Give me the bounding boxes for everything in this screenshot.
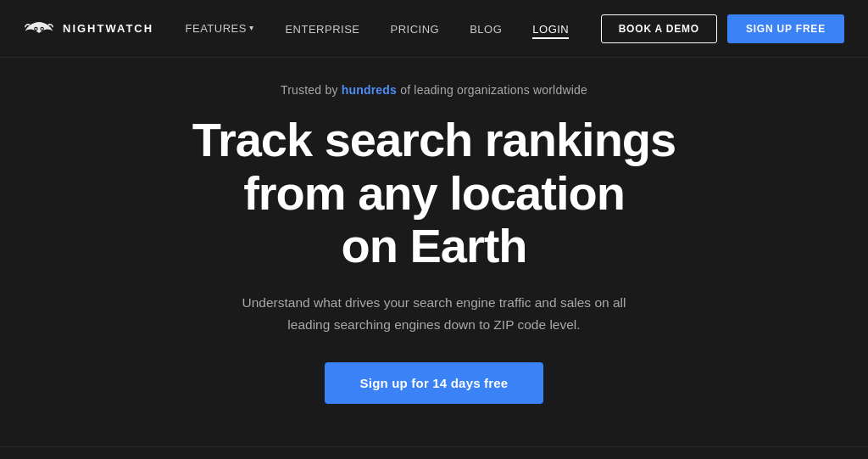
nav-item-features[interactable]: FEATURES bbox=[186, 22, 255, 35]
logo-icon bbox=[24, 19, 54, 39]
nav-right: BOOK A DEMO SIGN UP FREE bbox=[601, 14, 844, 43]
hero-title-line3: on Earth bbox=[341, 219, 526, 272]
hero-subtitle-line1: Understand what drives your search engin… bbox=[242, 295, 626, 310]
trusted-prefix: Trusted by bbox=[281, 83, 342, 97]
nav-item-enterprise[interactable]: ENTERPRISE bbox=[285, 23, 359, 36]
hero-title-line1: Track search rankings bbox=[192, 113, 676, 166]
hero-section: Trusted by hundreds of leading organizat… bbox=[0, 58, 868, 421]
book-demo-button[interactable]: BOOK A DEMO bbox=[601, 14, 717, 43]
navbar: NIGHTWATCH FEATURES ENTERPRISE PRICING B… bbox=[0, 0, 868, 58]
nav-item-blog[interactable]: BLOG bbox=[470, 23, 502, 36]
nav-links: FEATURES ENTERPRISE PRICING BLOG LOGIN bbox=[186, 21, 570, 36]
svg-point-2 bbox=[35, 27, 36, 29]
hero-subtitle-line2: leading searching engines down to ZIP co… bbox=[287, 317, 580, 332]
hero-subtitle: Understand what drives your search engin… bbox=[242, 292, 626, 335]
trusted-suffix: of leading organizations worldwide bbox=[400, 83, 587, 97]
hero-cta-button[interactable]: Sign up for 14 days free bbox=[325, 362, 544, 404]
nav-item-login[interactable]: LOGIN bbox=[532, 23, 569, 39]
hero-title-line2: from any location bbox=[243, 166, 625, 220]
trusted-highlight[interactable]: hundreds bbox=[342, 83, 397, 97]
logos-bar: Booking.com ▲ shopify ▲ Scotiabank coinb… bbox=[0, 446, 868, 459]
hero-title: Track search rankings from any location … bbox=[192, 114, 676, 273]
brand-name: NIGHTWATCH bbox=[63, 22, 153, 35]
nav-item-pricing[interactable]: PRICING bbox=[391, 23, 440, 36]
trusted-text: Trusted by hundreds of leading organizat… bbox=[281, 83, 587, 97]
sign-up-button[interactable]: SIGN UP FREE bbox=[727, 14, 844, 43]
svg-point-3 bbox=[42, 27, 43, 29]
logo-link[interactable]: NIGHTWATCH bbox=[24, 19, 153, 39]
